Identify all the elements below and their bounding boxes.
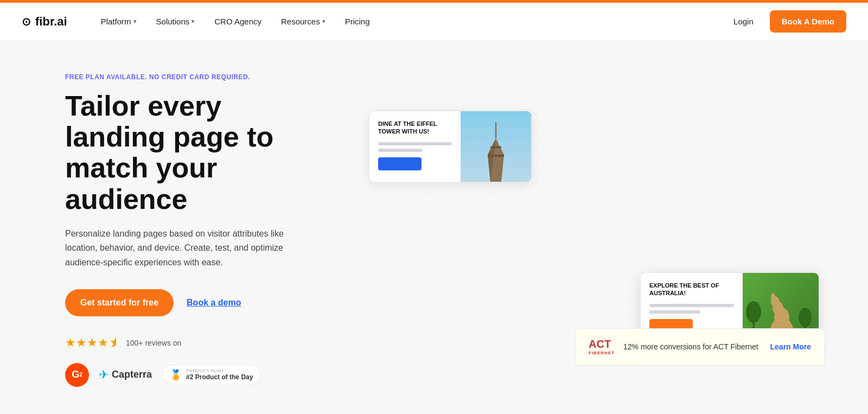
paris-cta-button [378, 157, 422, 170]
nav-resources[interactable]: Resources ▾ [273, 12, 333, 30]
hero-description: Personalize landing pages based on visit… [65, 227, 315, 270]
hero-title: Tailor every landing page to match your … [65, 91, 326, 215]
trust-badges: G2 ✈ Capterra 🏅 PRODUCT HUNT #2 Product … [65, 363, 326, 387]
logo-text: fibr.ai [35, 15, 67, 29]
chevron-down-icon: ▾ [322, 18, 326, 25]
header-actions: Login Book A Demo [726, 10, 846, 33]
hero-content: FREE PLAN AVAILABLE. NO CREDIT CARD REQU… [65, 73, 347, 387]
svg-point-17 [799, 308, 812, 327]
hero-section: FREE PLAN AVAILABLE. NO CREDIT CARD REQU… [0, 41, 868, 414]
logo[interactable]: ⊙ fibr.ai [22, 15, 67, 29]
product-hunt-badge: 🏅 PRODUCT HUNT #2 Product of the Day [162, 365, 261, 385]
act-logo: ACT FIBERNET [589, 339, 615, 355]
hero-cta: Get started for free Book a demo [65, 289, 326, 316]
get-started-button[interactable]: Get started for free [65, 289, 174, 316]
eiffel-tower-image [461, 111, 531, 182]
product-hunt-rank: #2 Product of the Day [186, 373, 253, 381]
chevron-down-icon: ▾ [192, 18, 195, 25]
nav-platform[interactable]: Platform ▾ [93, 12, 144, 30]
svg-rect-3 [488, 155, 504, 157]
main-nav: Platform ▾ Solutions ▾ CRO Agency Resour… [93, 12, 726, 30]
capterra-icon: ✈ [99, 368, 108, 382]
learn-more-button[interactable]: Learn More [770, 342, 811, 351]
nav-cro-agency[interactable]: CRO Agency [207, 12, 269, 30]
login-button[interactable]: Login [726, 12, 761, 30]
paris-card: 📍 Paris DINE AT THE EIFFEL TOWER WITH US… [369, 111, 532, 182]
svg-point-11 [771, 293, 775, 301]
svg-point-15 [746, 301, 761, 323]
g2-badge: G2 [65, 363, 89, 387]
capterra-badge: ✈ Capterra [99, 368, 152, 382]
svg-rect-4 [490, 147, 501, 148]
nav-solutions[interactable]: Solutions ▾ [149, 12, 203, 30]
chevron-down-icon: ▾ [133, 18, 137, 25]
free-plan-badge: FREE PLAN AVAILABLE. NO CREDIT CARD REQU… [65, 73, 326, 81]
star-rating: ★★★★⯨ [65, 336, 120, 350]
australia-card-title: EXPLORE THE BEST OF AUSTRALIA! [649, 282, 734, 297]
reviews-row: ★★★★⯨ 100+ reviews on [65, 336, 326, 350]
medal-icon: 🏅 [170, 369, 182, 381]
nav-pricing[interactable]: Pricing [337, 12, 378, 30]
testimonial-text: 12% more conversions for ACT Fibernet [623, 342, 762, 351]
product-hunt-label: PRODUCT HUNT [186, 368, 253, 373]
book-demo-link[interactable]: Book a demo [187, 298, 241, 308]
logo-icon: ⊙ [22, 15, 31, 28]
hero-visual: 📍 Paris DINE AT THE EIFFEL TOWER WITH US… [347, 94, 825, 366]
header: ⊙ fibr.ai Platform ▾ Solutions ▾ CRO Age… [0, 3, 868, 41]
testimonial-bar: ACT FIBERNET 12% more conversions for AC… [575, 328, 825, 366]
capterra-label: Capterra [112, 369, 152, 380]
paris-card-title: DINE AT THE EIFFEL TOWER WITH US! [378, 120, 452, 136]
reviews-text: 100+ reviews on [126, 339, 181, 347]
book-demo-button[interactable]: Book A Demo [770, 10, 846, 33]
